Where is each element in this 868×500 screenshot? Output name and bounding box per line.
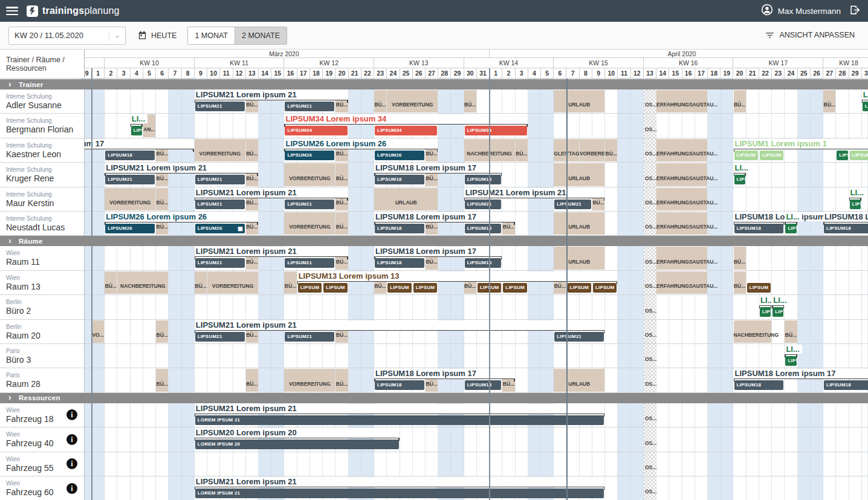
gantt-bar[interactable]: LIPSUM xyxy=(323,283,347,293)
gantt-bar[interactable]: LIPSUM xyxy=(850,151,868,160)
gantt-cell[interactable]: ERFAHRUNGSAUSTAU... xyxy=(656,271,707,294)
gantt-bar[interactable]: LIPSUM18 xyxy=(105,151,155,160)
gantt-cell[interactable]: VORBEREITUNG xyxy=(284,163,335,186)
gantt-bar[interactable]: LIPSUM18 xyxy=(734,224,784,233)
gantt-cell[interactable]: BÜ... xyxy=(335,212,348,235)
logout-icon[interactable] xyxy=(849,4,861,18)
gantt-bar[interactable]: LIPSUM34 xyxy=(465,126,527,135)
gantt-cell[interactable]: VORBEREITUNG xyxy=(207,271,258,294)
gantt-bar[interactable]: LIPSUM xyxy=(593,283,617,293)
gantt-group-bracket[interactable]: LIPSUM18 Lorem ipsum 17 xyxy=(374,247,502,257)
gantt-group-bracket[interactable]: LIPSUM18 Lorem ipsum 17 xyxy=(734,369,868,379)
gantt-group-bracket[interactable]: LIPSUM21 Lorem ipsum 21 xyxy=(195,404,604,414)
gantt-bar[interactable]: LIPSUM26 xyxy=(375,151,424,160)
gantt-bar[interactable]: LIPSUM xyxy=(298,283,322,293)
gantt-cell[interactable]: VORBEREITUNG xyxy=(387,90,438,112)
gantt-group-bracket[interactable]: LIPSUM21 Lorem ipsum 21 xyxy=(195,320,604,331)
gantt-bar[interactable]: LOREM IPSUM 20 xyxy=(195,440,399,449)
gantt-cell[interactable]: BÜ... xyxy=(284,271,296,294)
gantt-bar[interactable]: LIPSUM21 xyxy=(195,175,245,184)
section-header-trainer[interactable]: ›Trainer xyxy=(0,79,868,89)
gantt-cell[interactable]: VORBEREITUNG xyxy=(195,139,245,161)
gantt-cell[interactable]: BÜ... xyxy=(734,271,746,294)
gantt-bar[interactable]: LIPSUM xyxy=(760,151,783,160)
gantt-cell[interactable]: BÜ... xyxy=(374,90,386,112)
gantt-bar[interactable]: LIPSUM18 xyxy=(465,175,502,184)
gantt-group-bracket[interactable]: LIPSUM21 Lorem ipsum 21 xyxy=(195,90,348,100)
gantt-bar[interactable]: LIPSUM18 xyxy=(375,380,424,390)
gantt-cell[interactable]: ERFAHRUNGSAUSTAU... xyxy=(656,139,707,161)
gantt-cell[interactable]: URLAUB xyxy=(554,163,604,186)
gantt-cell[interactable]: NACHBEREITUNG xyxy=(117,271,168,294)
week-select[interactable]: KW 20 / 11.05.2020 ⌄ xyxy=(8,27,126,45)
gantt-cell[interactable]: URLAUB xyxy=(374,188,438,210)
gantt-bar[interactable]: LIPSUM xyxy=(747,283,771,293)
gantt-bar[interactable]: LIP! xyxy=(772,307,783,317)
gantt-bar[interactable]: LIPSUM26 xyxy=(105,224,155,233)
gantt-group-bracket[interactable]: LIPSUM21 Lorem ipsum 21 xyxy=(195,247,348,257)
gantt-group-bracket[interactable]: LIPSUM18 Lorem ipsum 17 xyxy=(734,212,785,222)
gantt-bar[interactable]: LIPSUM18 xyxy=(465,380,502,390)
gantt-bar[interactable]: LIPSUM26 xyxy=(285,151,334,160)
section-header-ressourcen[interactable]: ›Ressourcen xyxy=(0,393,868,403)
gantt-bar[interactable]: LIP! xyxy=(863,102,868,111)
gantt-group-bracket[interactable]: LI... xyxy=(131,114,143,125)
gantt-bar[interactable]: LIPSUM18 xyxy=(824,224,868,233)
gantt-bar[interactable]: LIPSUM xyxy=(413,283,437,293)
gantt-group-bracket[interactable]: LIPSUM18 Lorem ipsum 17 xyxy=(374,163,502,174)
gantt-bar[interactable]: LIPSUM26▦ xyxy=(195,224,245,233)
range-1-month-button[interactable]: 1 MONAT xyxy=(188,27,235,44)
gantt-bar[interactable]: LIPSUM xyxy=(734,151,758,160)
gantt-group-bracket[interactable]: LI... xyxy=(849,188,861,198)
gantt-cell[interactable]: BÜ... xyxy=(195,271,207,294)
gantt-cell[interactable]: BÜ... xyxy=(516,139,528,161)
gantt-cell[interactable]: BÜ... xyxy=(246,369,258,391)
info-icon[interactable]: i xyxy=(66,434,77,445)
gantt-cell[interactable]: BÜ... xyxy=(335,163,348,186)
gantt-cell[interactable]: BÜ... xyxy=(605,139,617,161)
gantt-bar[interactable]: LIPSUM18 xyxy=(375,175,424,184)
menu-icon[interactable] xyxy=(6,7,18,15)
gantt-cell[interactable]: URLAUB xyxy=(554,212,604,235)
gantt-cell[interactable]: ERFAHRUNGSAUSTAU... xyxy=(656,90,707,112)
gantt-cell[interactable]: VO... xyxy=(92,320,104,343)
gantt-cell[interactable]: VORBEREITUNG xyxy=(284,369,335,391)
gantt-group-bracket[interactable]: LI... xyxy=(734,163,746,174)
gantt-cell[interactable]: BÜ... xyxy=(734,247,746,269)
gantt-cell[interactable]: BÜ... xyxy=(246,139,258,161)
gantt-group-bracket[interactable]: LIPSUM21 Lorem ipsum 21 xyxy=(464,188,605,198)
gantt-bar[interactable]: LIPSUM21 xyxy=(285,200,334,209)
gantt-bar[interactable]: LIPSUM18 xyxy=(375,258,424,268)
gantt-cell[interactable]: VORBEREITUNG xyxy=(284,212,335,235)
gantt-bar[interactable]: LIPSUM18 xyxy=(824,380,868,390)
gantt-cell[interactable]: BÜ... xyxy=(156,188,168,210)
gantt-cell[interactable]: URLAUB xyxy=(554,247,604,269)
gantt-bar[interactable]: LIPSUM18 xyxy=(465,224,502,233)
gantt-group-bracket[interactable]: LI... xyxy=(759,296,771,306)
gantt-bar[interactable]: LIPSUM18 xyxy=(734,380,784,390)
gantt-bar[interactable]: LIPSUM21 xyxy=(554,332,604,342)
gantt-bar[interactable]: LIPSUM21 xyxy=(554,200,591,209)
gantt-bar[interactable]: LIP! xyxy=(785,356,796,366)
today-button[interactable]: HEUTE xyxy=(132,27,183,44)
info-icon[interactable]: i xyxy=(66,483,77,494)
gantt-bar[interactable]: LIPSUM21 xyxy=(195,258,245,268)
gantt-bar[interactable]: LIPSUM34 xyxy=(285,126,347,135)
gantt-bar[interactable]: LIP! xyxy=(850,200,861,209)
gantt-cell[interactable]: BÜ... xyxy=(785,320,797,343)
adjust-view-button[interactable]: ANSICHT ANPASSEN xyxy=(765,27,855,44)
gantt-cell[interactable]: ERFAHRUNGSAUSTAU... xyxy=(656,247,707,269)
gantt-cell[interactable]: BÜ... xyxy=(156,369,168,391)
gantt-group-bracket[interactable]: LIPSUM18 Lorem ipsum 17 xyxy=(823,212,868,222)
gantt-group-bracket[interactable]: LIPSUM26 Lorem ipsum 26 xyxy=(284,139,438,149)
gantt-bar[interactable]: LIPSUM18 xyxy=(375,224,424,233)
range-2-months-button[interactable]: 2 MONATE xyxy=(235,27,287,44)
gantt-cell[interactable]: ERFAHRUNGSAUSTAU... xyxy=(656,163,707,186)
gantt-bar[interactable]: LIPS xyxy=(131,126,142,135)
gantt-bar[interactable]: LIPSUM21 xyxy=(285,258,334,268)
gantt-cell[interactable]: BÜ... xyxy=(105,271,117,294)
gantt-group-bracket[interactable]: LIPSUM34 Lorem ipsum 34 xyxy=(284,114,527,125)
gantt-bar[interactable]: LOREM IPSUM 21 xyxy=(195,489,604,498)
gantt-bar[interactable]: LIPSUM21 xyxy=(465,200,502,209)
gantt-cell[interactable]: BÜ... xyxy=(823,90,835,112)
